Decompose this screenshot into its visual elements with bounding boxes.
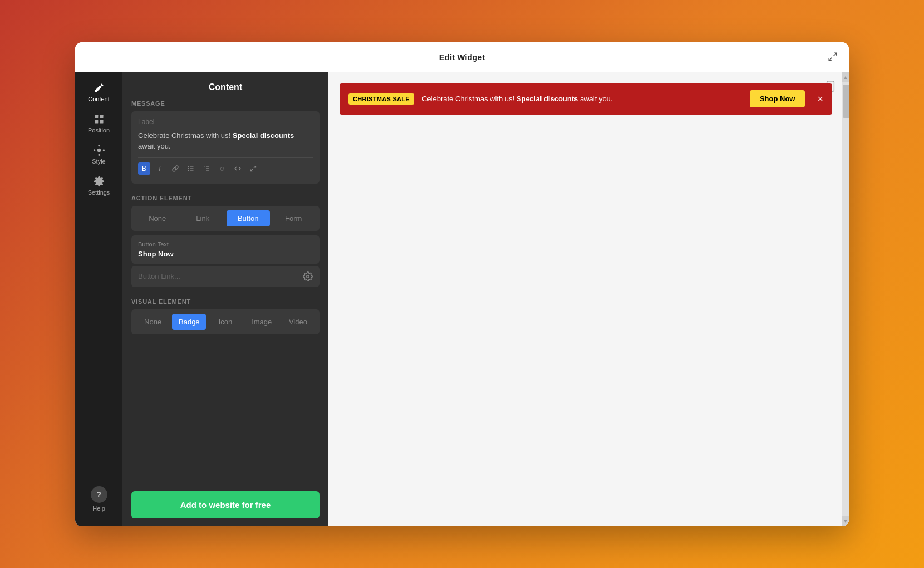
editor-text[interactable]: Celebrate Christmas with us! Special dis… — [138, 130, 313, 152]
banner-message: Celebrate Christmas with us! Special dis… — [422, 95, 742, 103]
visual-section-label: VISUAL ELEMENT — [131, 298, 320, 305]
button-text-label: Button Text — [138, 241, 313, 248]
action-tab-group: None Link Button Form — [131, 206, 320, 231]
sidebar-style-label: Style — [92, 158, 105, 165]
action-tab-none[interactable]: None — [136, 210, 179, 226]
button-text-value: Shop Now — [138, 250, 313, 258]
svg-rect-3 — [100, 115, 103, 118]
add-to-website-button[interactable]: Add to website for free — [131, 491, 320, 518]
panel-title: Content — [122, 72, 328, 100]
banner-badge: CHRISTMAS SALE — [348, 93, 414, 105]
expand-icon[interactable] — [827, 51, 839, 63]
svg-rect-4 — [95, 120, 98, 123]
sidebar-item-style[interactable]: Style — [75, 139, 122, 170]
svg-rect-5 — [100, 120, 103, 123]
modal-header: Edit Widget — [75, 42, 849, 72]
scrollbar-down-arrow[interactable]: ▼ — [842, 516, 849, 526]
sidebar-help-label: Help — [92, 505, 105, 512]
preview-scrollbar: ▲ ▼ — [842, 72, 849, 526]
visual-tab-icon[interactable]: Icon — [208, 314, 242, 330]
svg-text:1: 1 — [204, 165, 205, 168]
action-tab-link[interactable]: Link — [181, 210, 225, 226]
visual-tab-group: None Badge Icon Image Video — [131, 309, 320, 334]
modal-title: Edit Widget — [439, 52, 485, 62]
sidebar-item-settings[interactable]: Settings — [75, 170, 122, 201]
modal-body: Content Position Styl — [75, 72, 849, 526]
banner-close-button[interactable]: × — [817, 94, 823, 104]
toolbar-code-btn[interactable] — [232, 162, 244, 175]
visual-tab-video[interactable]: Video — [281, 314, 315, 330]
button-link-gear-icon[interactable] — [303, 271, 313, 281]
visual-tab-image[interactable]: Image — [245, 314, 279, 330]
preview-banner: CHRISTMAS SALE Celebrate Christmas with … — [340, 83, 832, 115]
svg-rect-2 — [95, 115, 98, 118]
message-section-label: MESSAGE — [131, 100, 320, 107]
sidebar-item-content[interactable]: Content — [75, 77, 122, 108]
sidebar-item-help[interactable]: ? Help — [75, 481, 122, 517]
message-section: MESSAGE Label Celebrate Christmas with u… — [131, 100, 320, 184]
modal-container: Edit Widget Content — [75, 42, 849, 526]
toolbar-link-btn[interactable] — [169, 162, 181, 175]
editor-label: Label — [138, 118, 313, 126]
svg-point-7 — [98, 145, 100, 146]
button-link-placeholder: Button Link... — [138, 272, 180, 280]
svg-point-8 — [98, 154, 100, 155]
editor-toolbar: B I — [138, 157, 313, 175]
svg-point-9 — [94, 149, 95, 151]
svg-point-6 — [97, 148, 101, 152]
panel-content: MESSAGE Label Celebrate Christmas with u… — [122, 100, 328, 483]
svg-point-24 — [307, 275, 309, 278]
visual-tab-badge[interactable]: Badge — [172, 314, 206, 330]
svg-line-1 — [829, 58, 832, 61]
action-section-label: ACTION ELEMENT — [131, 195, 320, 201]
visual-tab-none[interactable]: None — [136, 314, 170, 330]
scrollbar-up-arrow[interactable]: ▲ — [842, 72, 849, 82]
editor-text-bold: Special discounts — [233, 131, 294, 140]
button-link-group[interactable]: Button Link... — [131, 266, 320, 287]
editor-text-plain: Celebrate Christmas with us! Special dis… — [138, 131, 294, 151]
banner-shop-button[interactable]: Shop Now — [750, 90, 805, 107]
toolbar-emoji-btn[interactable]: ☺ — [216, 162, 228, 175]
preview-area: CHRISTMAS SALE Celebrate Christmas with … — [328, 72, 849, 526]
action-section: ACTION ELEMENT None Link Button Form But… — [131, 195, 320, 287]
visual-section: VISUAL ELEMENT None Badge Icon Image Vid… — [131, 298, 320, 334]
sidebar-item-position[interactable]: Position — [75, 108, 122, 139]
action-tab-button[interactable]: Button — [227, 210, 270, 226]
banner-message-bold: Special discounts — [517, 95, 578, 103]
toolbar-italic-btn[interactable]: I — [154, 162, 166, 175]
toolbar-expand-btn[interactable] — [247, 162, 259, 175]
action-tab-form[interactable]: Form — [272, 210, 316, 226]
sidebar-position-label: Position — [88, 127, 110, 134]
toolbar-list-ol-btn[interactable]: 1 — [200, 162, 213, 175]
sidebar-settings-label: Settings — [88, 189, 110, 196]
button-text-group: Button Text Shop Now — [131, 235, 320, 264]
svg-point-17 — [188, 170, 189, 170]
editor-box[interactable]: Label Celebrate Christmas with us! Speci… — [131, 111, 320, 184]
panel-footer: Add to website for free — [122, 483, 328, 526]
banner-message-plain: Celebrate Christmas with us! Special dis… — [422, 95, 612, 103]
panel: Content MESSAGE Label Celebrate Christma… — [122, 72, 328, 526]
sidebar-content-label: Content — [88, 96, 110, 102]
svg-point-15 — [188, 166, 189, 167]
svg-line-0 — [834, 53, 837, 56]
scrollbar-thumb[interactable] — [843, 85, 849, 118]
sidebar: Content Position Styl — [75, 72, 122, 526]
help-icon: ? — [91, 486, 107, 503]
button-link-row: Button Link... — [138, 271, 313, 281]
svg-point-10 — [102, 149, 104, 151]
toolbar-bold-btn[interactable]: B — [138, 162, 150, 175]
toolbar-list-ul-btn[interactable] — [185, 162, 197, 175]
svg-point-16 — [188, 168, 189, 169]
